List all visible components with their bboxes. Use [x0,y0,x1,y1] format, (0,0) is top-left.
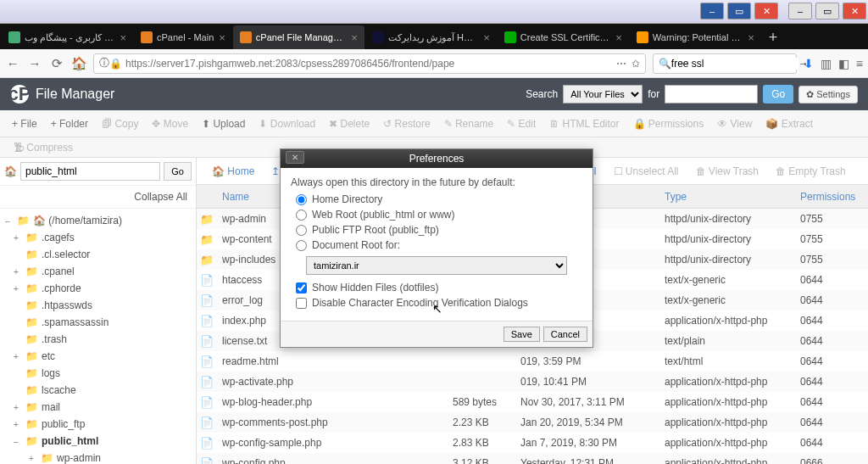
opt-docroot[interactable]: Document Root for: [296,239,577,251]
path-go-button[interactable]: Go [164,162,192,181]
cancel-button[interactable]: Cancel [543,327,587,342]
chk-hidden[interactable]: Show Hidden Files (dotfiles) [296,282,577,293]
radio-docroot[interactable] [296,240,307,251]
file-name: readme.html [217,355,453,367]
library-icon[interactable]: ▥ [821,57,832,70]
tab-close-icon[interactable]: × [615,31,622,44]
radio-webroot[interactable] [296,210,307,221]
th-perm[interactable]: Permissions [800,191,868,203]
tree-node[interactable]: +📁.cphorde [0,280,196,297]
url-input[interactable] [125,58,616,70]
file-row[interactable]: 📄wp-blog-header.php589 bytesNov 30, 2017… [197,392,868,412]
tree-twisty[interactable]: + [14,284,22,293]
tree-node[interactable]: 📁.cl.selector [0,246,196,263]
ff-close[interactable]: ✕ [754,3,778,20]
app-search-input[interactable] [665,85,758,103]
tree-twisty[interactable]: + [29,454,37,463]
tab-close-icon[interactable]: × [120,31,126,44]
ff-minimize[interactable]: – [700,3,724,20]
tree-node[interactable]: +📁.cagefs [0,229,196,246]
tree-node[interactable]: 📁.htpasswds [0,297,196,314]
tree-twisty[interactable]: – [5,216,14,226]
nav-back[interactable]: ← [5,56,20,70]
browser-tab[interactable]: cPanel File Manager v3× [233,25,364,49]
sidebar-icon[interactable]: ◧ [838,57,849,70]
tab-close-icon[interactable]: × [351,31,358,44]
radio-ftp[interactable] [296,225,307,236]
file-row[interactable]: 📄readme.html019, 3:59 PMtext/html0644 [197,351,868,372]
chk-encoding[interactable]: Disable Character Encoding Verification … [296,297,577,309]
browser-tab[interactable]: آموزش ریدایرکت HTTP به PS× [365,25,497,49]
os-minimize[interactable]: – [788,3,812,20]
file-row[interactable]: 📄wp-activate.php019, 10:41 PMapplication… [197,372,868,392]
new-tab-button[interactable]: + [762,25,785,49]
tree-twisty[interactable]: + [14,267,22,277]
toolbar-btn[interactable]: + Folder [44,118,95,130]
file-row[interactable]: 📄wp-config-sample.php2.83 KBJan 7, 2019,… [197,433,868,453]
opt-web-root[interactable]: Web Root (public_html or www) [296,209,577,221]
opt-ftp-root[interactable]: Public FTP Root (public_ftp) [296,224,577,236]
radio-home[interactable] [296,194,307,205]
tree-node[interactable]: 📁logs [0,365,196,382]
file-row[interactable]: 📄wp-comments-post.php2.23 KBJan 20, 2019… [197,412,868,433]
ct-viewtrash[interactable]: 🗑 View Trash [687,165,767,177]
save-button[interactable]: Save [504,327,540,342]
tab-favicon [504,31,516,43]
checkbox-hidden[interactable] [296,282,307,293]
download-icon[interactable]: ⬇ [804,57,814,70]
info-icon: ⓘ [99,56,109,70]
tab-close-icon[interactable]: × [219,31,225,44]
browser-search-input[interactable] [671,58,798,70]
ct-home[interactable]: 🏠 Home [203,165,263,177]
nav-home[interactable]: 🏠 [71,56,86,71]
collapse-all[interactable]: Collapse All [0,186,196,209]
home-icon[interactable]: 🏠 [4,165,17,177]
nav-forward[interactable]: → [27,56,42,70]
ct-unselect[interactable]: ☐ Unselect All [605,165,687,177]
file-row[interactable]: 📄wp-config.php3.12 KBYesterday, 12:31 PM… [197,453,868,464]
tree-twisty[interactable]: + [14,352,22,361]
tab-close-icon[interactable]: × [483,31,490,44]
domain-select[interactable]: tamiziran.ir [306,256,567,275]
tree-node[interactable]: +📁mail [0,399,196,416]
ct-emptytrash[interactable]: 🗑 Empty Trash [767,165,854,177]
menu-icon[interactable]: ≡ [856,57,863,70]
browser-search[interactable]: 🔍 → [653,53,797,74]
tree-node[interactable]: 📁lscache [0,382,196,399]
browser-tab[interactable]: ناحیه کاربری - پیشگام وب× [2,25,133,49]
tree-node[interactable]: –📁🏠 (/home/tamizira) [0,212,196,229]
ff-maximize[interactable]: ▭ [727,3,751,20]
tree-node[interactable]: +📁public_ftp [0,416,196,433]
tree-twisty[interactable]: – [14,437,22,446]
tree-node[interactable]: –📁public_html [0,433,196,450]
path-input[interactable] [20,162,160,181]
tree-node[interactable]: 📁.spamassassin [0,314,196,331]
tree-node[interactable]: +📁etc [0,348,196,365]
os-maximize[interactable]: ▭ [815,3,839,20]
tree-node[interactable]: 📁.trash [0,331,196,348]
tree-twisty[interactable]: + [14,233,22,243]
url-star-icon[interactable]: ✩ [632,58,640,70]
tree-node[interactable]: +📁wp-admin [0,450,196,464]
opt-home-dir[interactable]: Home Directory [296,193,577,205]
browser-tab[interactable]: Warning: Potential Secur× [630,25,761,49]
browser-tab[interactable]: cPanel - Main× [134,25,232,49]
nav-reload[interactable]: ⟳ [49,56,64,71]
tab-close-icon[interactable]: × [748,31,754,44]
browser-tab[interactable]: Create SSL Certificate× [498,25,629,49]
tree-twisty[interactable]: + [14,403,22,412]
url-box[interactable]: ⓘ 🔒 ⋯ ✩ [93,53,646,74]
file-modified: 019, 3:59 PM [520,355,665,367]
app-go-button[interactable]: Go [763,85,793,103]
toolbar-btn[interactable]: ⬆ Upload [195,118,252,130]
toolbar-btn[interactable]: + File [5,118,44,130]
url-more-icon[interactable]: ⋯ [616,58,626,70]
checkbox-encoding[interactable] [296,298,307,309]
th-type[interactable]: Type [665,191,800,203]
tree-node[interactable]: +📁.cpanel [0,263,196,280]
tree-twisty[interactable]: + [14,420,22,429]
modal-close-button[interactable]: ✕ [286,151,304,164]
search-filter[interactable]: All Your Files [563,85,643,103]
settings-button[interactable]: ✿ Settings [798,86,858,103]
os-close[interactable]: ✕ [843,3,866,20]
